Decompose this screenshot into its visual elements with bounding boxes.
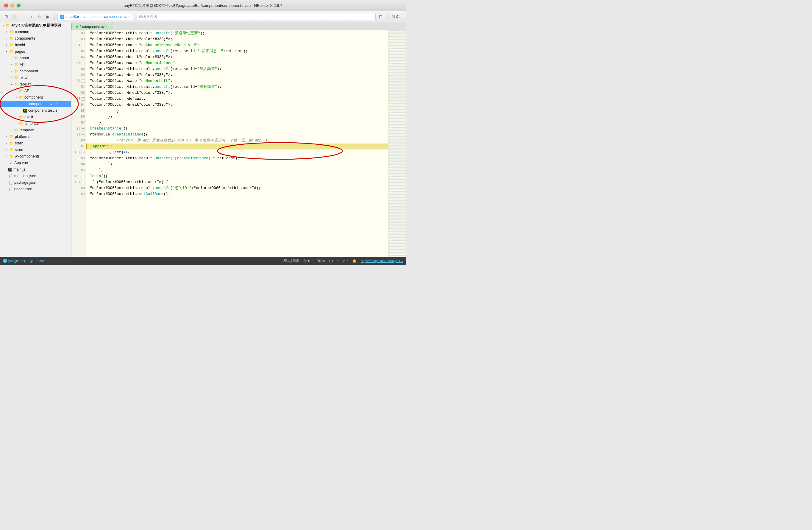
bookmark-icon[interactable]: ☆ (36, 13, 43, 20)
code-line-103[interactable]: "color:#0066cc;">this.result.unshift("[c… (86, 155, 388, 161)
code-line-82[interactable]: "color:#0066cc;">this.result.unshift("频道… (86, 30, 388, 36)
sidebar-item-template2[interactable]: › 📁 template (0, 127, 71, 133)
fold-icon-102[interactable]: − (82, 151, 85, 154)
sidebar-item-about[interactable]: › 📁 about (0, 55, 71, 61)
search-input[interactable] (136, 13, 376, 20)
tabBar-comp-label: component (25, 95, 43, 99)
back-icon[interactable]: ‹ (20, 13, 26, 20)
sidebar-item-pages[interactable]: ▾ 📁 pages (0, 48, 71, 55)
code-line-102[interactable]: },(ret)=>{ (86, 149, 388, 155)
run-icon[interactable]: ▶ (45, 13, 51, 20)
breadcrumb-part2[interactable]: component (83, 15, 100, 19)
sidebar-item-tabBar-API[interactable]: › 📁 API (0, 88, 71, 94)
line-number-82: 82 (71, 30, 86, 36)
line-number-104: 104 (71, 161, 86, 167)
sidebar-item-main-js[interactable]: JS main.js (0, 166, 71, 173)
code-line-96[interactable]: }) (86, 114, 388, 120)
sidebar-item-static[interactable]: › 📁 static (0, 140, 71, 146)
code-line-94[interactable]: "color:#0066cc;">break"color:#333;">; (86, 102, 388, 108)
code-line-86[interactable]: "color:#0066cc;">break"color:#333;">; (86, 54, 388, 60)
fold-icon-90[interactable]: − (82, 80, 85, 83)
code-line-89[interactable]: "color:#0066cc;">break"color:#333;">; (86, 72, 388, 78)
extUI2-arrow: › (14, 115, 18, 119)
code-line-106[interactable]: login(){ (86, 173, 388, 179)
sidebar-item-hybrid[interactable]: › 📁 hybrid (0, 42, 71, 48)
code-line-100[interactable]: //anyRTC 为 App 开发者签发的 App ID。每个项目都应该有一个独… (86, 138, 388, 144)
code-area[interactable]: "color:#0066cc;">this.result.unshift("频道… (86, 30, 388, 257)
code-line-88[interactable]: "color:#0066cc;">this.result.unshift(ret… (86, 66, 388, 72)
main-area: ▾ 📁 anyRTC实时消息SDK插件示例 › 📁 common › 📁 com… (0, 22, 406, 257)
code-line-97[interactable]: }, (86, 120, 388, 126)
sidebar-item-store[interactable]: › 📁 store (0, 146, 71, 153)
sidebar-item-template1[interactable]: › 📁 template (0, 120, 71, 127)
status-right: 语法提示库 行:101 列:30 UTF-8 Vue 🔔 https://blo… (283, 259, 403, 263)
sidebar-item-platforms[interactable]: › 📁 platforms (0, 133, 71, 140)
code-line-84[interactable]: "color:#0066cc;">case "onChannelMessageR… (86, 42, 388, 48)
code-line-95[interactable]: } (86, 108, 388, 114)
fold-icon-106[interactable]: − (82, 175, 85, 178)
sidebar-item-app-vue[interactable]: V App.vue (0, 160, 71, 166)
sidebar-item-package[interactable]: [ ] package.json (0, 179, 71, 186)
code-line-83[interactable]: "color:#0066cc;">break"color:#333;">; (86, 36, 388, 42)
sidebar-item-component-nvue[interactable]: V component.nvue (0, 101, 71, 107)
sidebar-item-extUI[interactable]: › 📁 extUI (0, 74, 71, 81)
sidebar-item-pages-json[interactable]: { } pages.json (0, 186, 71, 192)
sidebar-item-wxcomponents[interactable]: › 📁 wxcomponents (0, 153, 71, 160)
filter-icon[interactable]: ⊟ (377, 13, 384, 20)
code-line-105[interactable]: }, (86, 167, 388, 173)
code-line-90[interactable]: "color:#0066cc;">case "onMemberLeft": (86, 78, 388, 84)
minimize-button[interactable] (11, 3, 14, 8)
blog-link[interactable]: https://blog.csdn.net/anyRTC (361, 259, 403, 263)
forward-icon[interactable]: › (28, 13, 34, 20)
sidebar-item-components[interactable]: › 📁 components (0, 35, 71, 42)
fold-icon-98[interactable]: − (82, 127, 85, 130)
code-line-101[interactable]: "appId":"" (86, 144, 388, 149)
sidebar-toggle-icon[interactable]: ⊞ (3, 13, 10, 20)
code-line-92[interactable]: "color:#0066cc;">break"color:#333;">; (86, 90, 388, 96)
sidebar-item-API[interactable]: › 📁 API (0, 61, 71, 68)
maximize-button[interactable] (17, 3, 20, 8)
code-line-87[interactable]: "color:#0066cc;">case "onMemberJoined": (86, 60, 388, 66)
editor-tab[interactable]: * component.nvue (71, 23, 113, 30)
code-line-108[interactable]: "color:#0066cc;">this.result.unshift("您的… (86, 185, 388, 191)
breadcrumb-part1[interactable]: tabBar (69, 15, 79, 19)
sidebar-item-tabBar-component[interactable]: ▾ 📁 component (0, 94, 71, 101)
line-number-92: 92 (71, 90, 86, 96)
code-line-98[interactable]: createInstance(){ (86, 126, 388, 132)
toolbar-divider (54, 14, 55, 20)
package-label: package.json (14, 181, 36, 185)
breadcrumb[interactable]: V « tabBar › component › component.nvue (57, 13, 133, 20)
pagesjson-icon: { } (8, 187, 13, 191)
code-line-91[interactable]: "color:#0066cc;">this.result.unshift(ret… (86, 84, 388, 90)
sidebar-item-manifest[interactable]: { } manifest.json (0, 173, 71, 179)
fold-icon-93[interactable]: − (82, 97, 85, 101)
code-line-109[interactable]: "color:#0066cc;">this.setCallBack(); (86, 191, 388, 197)
sidebar-root[interactable]: ▾ 📁 anyRTC实时消息SDK插件示例 (0, 22, 71, 29)
close-button[interactable] (4, 3, 8, 8)
code-line-107[interactable]: if ("color:#0066cc;">this.userId) { (86, 179, 388, 185)
code-line-104[interactable]: }) (86, 161, 388, 167)
sidebar-item-extUI2[interactable]: › 📁 extUI (0, 114, 71, 120)
line-number-88: 88 (71, 66, 86, 72)
breadcrumb-part3[interactable]: component.nvue (104, 15, 130, 19)
fold-icon-87[interactable]: − (82, 62, 85, 65)
sidebar-item-component-test[interactable]: JS component.test.js (0, 107, 71, 114)
fold-icon-99[interactable]: − (82, 133, 85, 137)
fold-icon-84[interactable]: − (82, 44, 85, 47)
code-line-85[interactable]: "color:#0066cc;">this.result.unshift(ret… (86, 48, 388, 54)
mainjs-label: main.js (13, 167, 25, 172)
api-folder-icon: 📁 (14, 62, 18, 67)
minimap[interactable] (388, 30, 406, 257)
preview-button[interactable]: 预览 (388, 13, 403, 20)
fold-icon-107[interactable]: − (82, 181, 85, 184)
sidebar-item-common[interactable]: › 📁 common (0, 29, 71, 35)
sidebar-item-component[interactable]: › 📁 component (0, 68, 71, 74)
tab-bar: * component.nvue (71, 22, 406, 30)
breadcrumb-arrow1: › (81, 15, 82, 19)
new-file-icon[interactable]: ⬜ (11, 13, 18, 20)
template1-folder-icon: 📁 (18, 121, 23, 126)
code-line-93[interactable]: "color:#0066cc;">default: (86, 96, 388, 102)
line-number-94: 94 (71, 102, 86, 108)
code-line-99[interactable]: rtmModule.createInstance({ (86, 132, 388, 138)
sidebar-item-tabBar[interactable]: ▾ 📁 tabBar (0, 81, 71, 88)
